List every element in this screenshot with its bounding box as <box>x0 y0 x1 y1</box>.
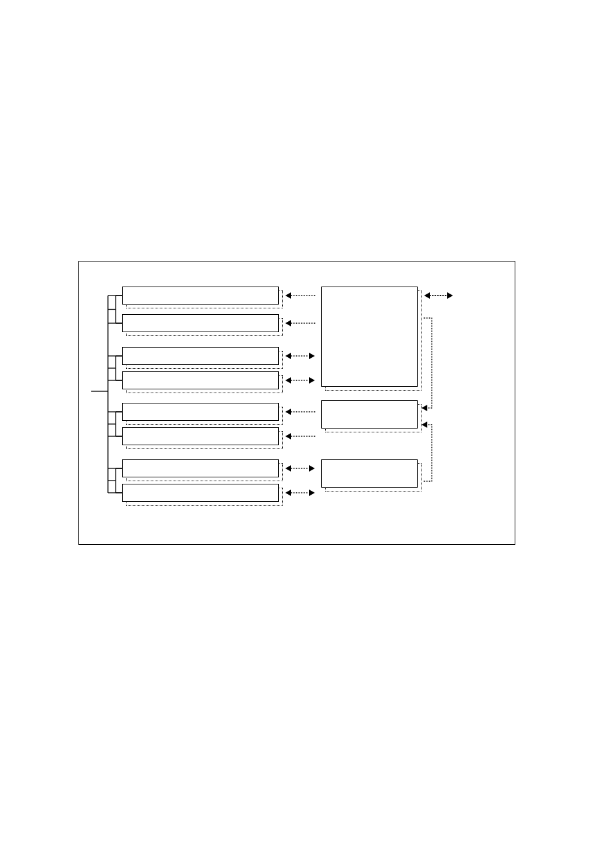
svg-marker-31 <box>285 353 291 359</box>
svg-marker-45 <box>309 490 315 496</box>
svg-marker-34 <box>285 377 291 384</box>
svg-marker-27 <box>285 292 291 299</box>
svg-marker-32 <box>309 353 315 359</box>
svg-marker-42 <box>309 465 315 472</box>
svg-marker-39 <box>285 433 291 439</box>
svg-marker-50 <box>422 405 427 411</box>
svg-marker-49 <box>447 292 453 299</box>
svg-marker-51 <box>422 421 427 428</box>
connector-layer <box>0 0 613 868</box>
svg-marker-35 <box>309 377 315 384</box>
svg-marker-44 <box>285 490 291 496</box>
svg-marker-29 <box>285 320 291 326</box>
svg-marker-48 <box>424 292 430 299</box>
svg-marker-41 <box>285 465 291 472</box>
svg-marker-37 <box>285 409 291 415</box>
